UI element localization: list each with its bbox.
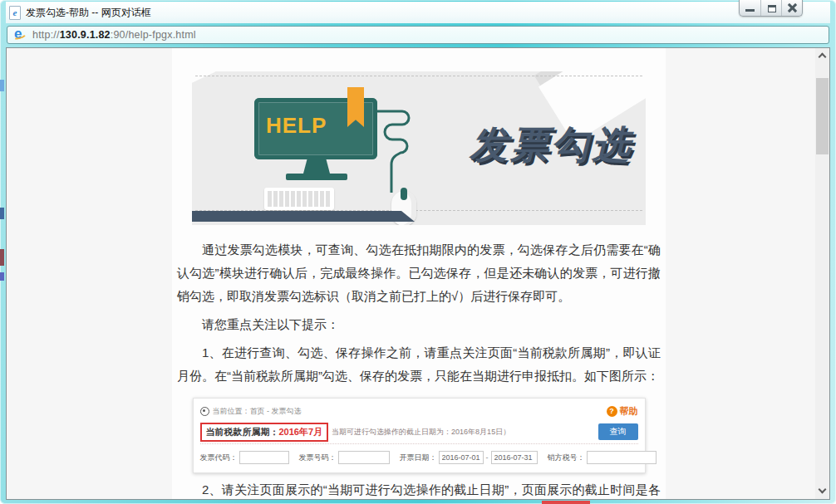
- banner-title: 发票勾选: [470, 120, 632, 171]
- seller-tax-id-input: [587, 451, 657, 464]
- help-word: HELP: [266, 113, 327, 139]
- minimize-icon: [745, 9, 755, 12]
- tax-period-label: 当前税款所属期：: [206, 426, 279, 438]
- seller-tax-id-label: 销方税号：: [548, 453, 585, 463]
- keyboard-keys: [268, 191, 331, 207]
- tax-period-highlight-box: 当前税款所属期： 2016年7月: [200, 423, 329, 442]
- date-to-input: [491, 451, 538, 464]
- screen: e 发票勾选-帮助 -- 网页对话框 e http://130.9.1.82:9…: [0, 0, 836, 504]
- restore-button[interactable]: [760, 0, 781, 16]
- chevron-down-icon: [819, 486, 827, 494]
- dotted-divider: [200, 443, 638, 444]
- location-pin-icon: [200, 407, 209, 416]
- help-link: ? 帮助: [607, 405, 638, 418]
- mouse-cable: [377, 100, 444, 208]
- invoice-date-label: 开票日期：: [400, 453, 437, 463]
- ie-logo-icon: e: [12, 28, 27, 42]
- question-mark-icon: ?: [607, 406, 617, 417]
- close-button[interactable]: [781, 0, 802, 16]
- breadcrumb: 当前位置：首页 - 发票勾选: [213, 406, 302, 417]
- monitor-base: [286, 174, 347, 180]
- help-banner: HELP 发票勾选: [192, 71, 646, 225]
- ie-page-icon-letter: e: [13, 7, 17, 17]
- invoice-code-label: 发票代码：: [200, 453, 238, 463]
- invoice-code-input: [239, 451, 289, 464]
- keyboard-graphic: [264, 188, 334, 210]
- address-bar[interactable]: e http://130.9.1.82:90/help-fpgx.html: [7, 26, 829, 44]
- monitor-stand: [303, 159, 330, 174]
- help-link-label: 帮助: [620, 405, 638, 418]
- ie-page-icon: e: [9, 6, 21, 20]
- scrollbar-thumb[interactable]: [816, 78, 829, 154]
- paragraph-tip2: 2、请关注页面展示的“当期可进行勾选操作的截止日期”，页面展示的截止时间是各省当…: [177, 478, 661, 499]
- paragraph-notice: 请您重点关注以下提示：: [177, 313, 661, 336]
- restore-icon: [768, 5, 776, 12]
- query-button: 查询: [598, 423, 638, 440]
- scroll-up-button[interactable]: [815, 48, 829, 64]
- screenshot-period-row: 当前税款所属期： 2016年7月 当期可进行勾选操作的截止日期为：2016年8月…: [200, 422, 638, 442]
- paragraph-intro: 通过发票勾选模块，可查询、勾选在抵扣期限内的发票，勾选保存之后仍需要在“确认勾选…: [177, 238, 661, 308]
- title-bar: e 发票勾选-帮助 -- 网页对话框: [6, 2, 830, 23]
- page-viewport: HELP 发票勾选 通过发票勾选模块，可查询、勾选在抵扣期限内的发票，勾: [6, 47, 830, 500]
- dialog-window: e 发票勾选-帮助 -- 网页对话框 e http://130.9.1.82:9…: [0, 0, 836, 504]
- vertical-scrollbar[interactable]: [815, 48, 829, 499]
- example-screenshot-image: 当前位置：首页 - 发票勾选 ? 帮助 当前税款所属期： 2016年7月: [193, 398, 646, 473]
- url-host: 130.9.1.82: [60, 29, 111, 41]
- background-artifact: [0, 249, 4, 266]
- date-from-input: [439, 451, 484, 464]
- paragraph-tip1: 1、在进行查询、勾选、保存操作之前，请重点关注页面“当前税款所属期”，即认证月份…: [177, 341, 661, 388]
- date-range-separator: -: [486, 453, 489, 462]
- help-page: HELP 发票勾选 通过发票勾选模块，可查询、勾选在抵扣期限内的发票，勾: [7, 48, 815, 499]
- invoice-number-label: 发票号码：: [299, 453, 337, 463]
- banner-bottom-bar: [192, 211, 415, 222]
- minimize-button[interactable]: [740, 0, 760, 16]
- mouse-wheel: [401, 188, 407, 200]
- deadline-text: 当期可进行勾选操作的截止日期为：2016年8月15日）: [332, 427, 510, 438]
- content-column: HELP 发票勾选 通过发票勾选模块，可查询、勾选在抵扣期限内的发票，勾: [172, 48, 666, 499]
- invoice-number-input: [338, 451, 390, 464]
- background-artifact: [0, 80, 4, 91]
- address-bar-row: e http://130.9.1.82:90/help-fpgx.html: [6, 25, 830, 46]
- window-title: 发票勾选-帮助 -- 网页对话框: [26, 6, 151, 20]
- tax-period-value: 2016年7月: [279, 426, 323, 438]
- url-scheme: http://: [32, 29, 60, 41]
- monitor-graphic: HELP: [254, 98, 377, 159]
- scroll-down-button[interactable]: [815, 483, 829, 499]
- url-text: http://130.9.1.82:90/help-fpgx.html: [32, 29, 196, 41]
- window-controls: [739, 0, 803, 17]
- screenshot-breadcrumb-row: 当前位置：首页 - 发票勾选 ? 帮助: [200, 403, 638, 419]
- chevron-up-icon: [819, 53, 827, 61]
- url-path: :90/help-fpgx.html: [111, 29, 196, 41]
- screenshot-filter-row: 发票代码： 发票号码： 开票日期： - 销方税号：: [200, 451, 638, 464]
- background-artifact: [542, 501, 590, 504]
- background-artifact: [0, 208, 4, 219]
- background-artifact: [0, 272, 4, 281]
- help-illustration: HELP: [225, 86, 433, 211]
